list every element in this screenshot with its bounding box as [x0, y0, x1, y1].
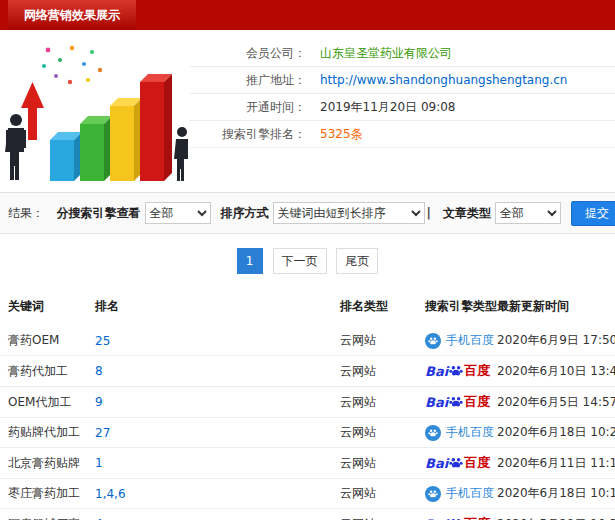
header-rank: 排名 — [95, 289, 340, 326]
baidu-paw-icon — [449, 364, 463, 378]
updated-cell: 2020年6月11日 11:18 — [497, 448, 615, 479]
last-page-button[interactable]: 尾页 — [336, 248, 378, 274]
engine-cell: 手机百度 — [425, 326, 497, 356]
submit-button[interactable]: 提交 — [571, 201, 615, 226]
next-page-button[interactable]: 下一页 — [273, 248, 327, 274]
article-type-select[interactable]: 全部 — [495, 202, 561, 224]
field-rank-count: 搜索引擎排名：5325条 — [190, 121, 615, 148]
mobile-baidu-paw-icon — [428, 428, 438, 438]
filter-bar: 结果： 分搜索引擎查看 全部 排序方式 关键词由短到长排序 | 文章类型 全部 … — [0, 192, 615, 234]
updated-cell: 2020年6月18日 10:19 — [497, 479, 615, 509]
engine-filter-label: 分搜索引擎查看 — [57, 205, 141, 222]
table-row: 膏药OEM25云网站手机百度2020年6月9日 17:50 — [0, 326, 615, 356]
rank-cell: 1 — [95, 448, 340, 479]
businessman-right-figure — [174, 127, 188, 181]
rank-cell: 1,4,6 — [95, 479, 340, 509]
table-row: 医疗器械厂家4云网站Bai百度2020年5月29日 10:32 — [0, 509, 615, 520]
baidu-logo: Bai百度 — [425, 393, 490, 411]
engine-label: 手机百度 — [446, 425, 494, 439]
rank-cell: 25 — [95, 326, 340, 356]
updated-cell: 2020年6月9日 17:50 — [497, 326, 615, 356]
rank-count-label: 搜索引擎排名： — [190, 121, 306, 147]
table-row: 枣庄膏药加工1,4,6云网站手机百度2020年6月18日 10:19 — [0, 479, 615, 509]
baidu-logo-prefix: Bai — [425, 456, 448, 471]
field-open-time: 开通时间：2019年11月20日 09:08 — [190, 94, 615, 121]
tab-marketing-effect[interactable]: 网络营销效果展示 — [8, 0, 136, 30]
header-rank-type: 排名类型 — [340, 289, 425, 326]
open-time-value: 2019年11月20日 09:08 — [320, 100, 455, 114]
sort-label: 排序方式 — [221, 205, 269, 222]
rank-link[interactable]: 25 — [95, 334, 110, 348]
engine-cell: Bai百度 — [425, 509, 497, 520]
rank-link[interactable]: 9 — [95, 395, 103, 409]
filter-divider: | — [427, 206, 431, 220]
baidu-logo-prefix: Bai — [425, 364, 448, 379]
businessman-left-figure — [5, 114, 26, 180]
updated-cell: 2020年5月29日 10:32 — [497, 509, 615, 520]
baidu-logo-prefix: Bai — [425, 395, 448, 410]
engine-cell: Bai百度 — [425, 387, 497, 418]
pagination: 1 下一页 尾页 — [0, 234, 615, 287]
mobile-baidu-icon — [425, 333, 441, 349]
header-keyword: 关键词 — [0, 289, 95, 326]
updated-cell: 2020年6月5日 14:57 — [497, 387, 615, 418]
chart-illustration — [0, 36, 190, 184]
keyword-cell: 枣庄膏药加工 — [0, 479, 95, 509]
engine-cell: 手机百度 — [425, 479, 497, 509]
rank-type-cell: 云网站 — [340, 387, 425, 418]
page-1-button[interactable]: 1 — [237, 248, 263, 274]
baidu-logo: Bai百度 — [425, 362, 490, 380]
result-label: 结果： — [8, 205, 44, 222]
article-type-label: 文章类型 — [443, 205, 491, 222]
engine-label: 百度 — [464, 454, 490, 472]
engine-cell: Bai百度 — [425, 356, 497, 387]
rank-link[interactable]: 1,4,6 — [95, 487, 126, 501]
engine-label: 百度 — [464, 515, 490, 520]
table-row: 药贴牌代加工27云网站手机百度2020年6月18日 10:25 — [0, 418, 615, 448]
header-bar: 网络营销效果展示 — [0, 0, 615, 30]
keyword-cell: 膏药OEM — [0, 326, 95, 356]
header-updated: 最新更新时间 — [497, 289, 615, 326]
table-header-row: 关键词 排名 排名类型 搜索引擎类型 最新更新时间 — [0, 289, 615, 326]
rank-type-cell: 云网站 — [340, 326, 425, 356]
rank-type-cell: 云网站 — [340, 418, 425, 448]
rank-link[interactable]: 1 — [95, 456, 103, 470]
engine-filter-select[interactable]: 全部 — [145, 202, 211, 224]
rank-link[interactable]: 8 — [95, 364, 103, 378]
baidu-logo: Bai百度 — [425, 454, 490, 472]
member-fields: 会员公司：山东皇圣堂药业有限公司 推广地址：http://www.shandon… — [190, 36, 615, 184]
engine-label: 百度 — [464, 362, 490, 380]
mobile-baidu-paw-icon — [428, 489, 438, 499]
engine-label: 手机百度 — [446, 333, 494, 347]
field-company: 会员公司：山东皇圣堂药业有限公司 — [190, 40, 615, 67]
company-value[interactable]: 山东皇圣堂药业有限公司 — [320, 46, 452, 60]
keyword-cell: 北京膏药贴牌 — [0, 448, 95, 479]
promo-url-link[interactable]: http://www.shandonghuangshengtang.cn — [320, 73, 567, 87]
table-row: OEM代加工9云网站Bai百度2020年6月5日 14:57 — [0, 387, 615, 418]
rank-cell: 9 — [95, 387, 340, 418]
engine-cell: 手机百度 — [425, 418, 497, 448]
baidu-paw-icon — [449, 456, 463, 470]
mobile-baidu-icon — [425, 486, 441, 502]
table-row: 膏药代加工8云网站Bai百度2020年6月10日 13:40 — [0, 356, 615, 387]
engine-label: 手机百度 — [446, 486, 494, 500]
rank-link[interactable]: 27 — [95, 426, 110, 440]
rank-type-cell: 云网站 — [340, 448, 425, 479]
company-label: 会员公司： — [190, 40, 306, 66]
engine-label: 百度 — [464, 393, 490, 411]
rank-cell: 27 — [95, 418, 340, 448]
rank-count-value: 5325条 — [320, 127, 363, 141]
rank-type-cell: 云网站 — [340, 479, 425, 509]
baidu-paw-icon — [449, 395, 463, 409]
open-time-label: 开通时间： — [190, 94, 306, 120]
sort-select[interactable]: 关键词由短到长排序 — [273, 202, 425, 224]
header-engine-type: 搜索引擎类型 — [425, 289, 497, 326]
rank-cell: 8 — [95, 356, 340, 387]
url-label: 推广地址： — [190, 67, 306, 93]
rank-type-cell: 云网站 — [340, 356, 425, 387]
rank-type-cell: 云网站 — [340, 509, 425, 520]
table-body: 膏药OEM25云网站手机百度2020年6月9日 17:50膏药代加工8云网站Ba… — [0, 326, 615, 520]
keyword-cell: 膏药代加工 — [0, 356, 95, 387]
filter-controls: 分搜索引擎查看 全部 排序方式 关键词由短到长排序 | 文章类型 全部 提交 — [47, 201, 607, 226]
rank-cell: 4 — [95, 509, 340, 520]
